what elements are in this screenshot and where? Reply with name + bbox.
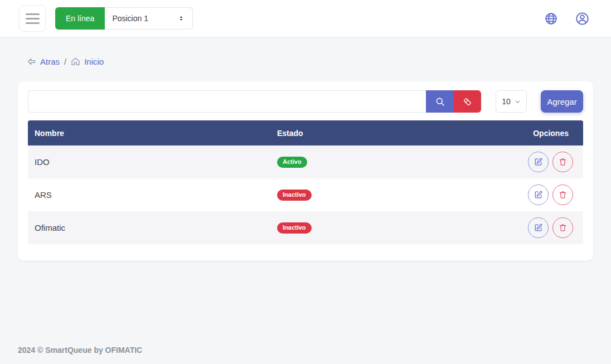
eraser-icon (462, 96, 473, 107)
breadcrumb-back-label: Atras (40, 57, 60, 66)
user-account-button[interactable] (573, 9, 592, 28)
search-icon (435, 96, 445, 107)
table-body: IDO Activo ARS Inactivo Ofimatic (28, 145, 583, 244)
row-name: Ofimatic (28, 223, 270, 232)
chevron-down-icon (515, 99, 521, 105)
table-row: IDO Activo (28, 145, 583, 178)
main-card: 10 Agregar Nombre Estado Opciones IDO Ac… (18, 81, 593, 261)
online-status-button[interactable]: En línea (55, 7, 105, 30)
page-content: Atras / Inicio 10 Agregar (0, 57, 611, 355)
add-button[interactable]: Agregar (541, 90, 583, 113)
table-row: Ofimatic Inactivo (28, 211, 583, 244)
breadcrumb: Atras / Inicio (27, 57, 593, 66)
edit-pencil-icon (534, 223, 543, 232)
search-input[interactable] (28, 90, 426, 113)
status-badge: Inactivo (277, 222, 312, 234)
trash-icon (558, 223, 568, 232)
trash-icon (558, 190, 568, 200)
top-navbar: En línea Posicion 1 (0, 0, 611, 37)
row-name: IDO (28, 157, 270, 167)
delete-button[interactable] (552, 185, 573, 205)
globe-icon (544, 12, 558, 26)
status-badge: Inactivo (277, 190, 312, 201)
status-badge: Activo (277, 157, 307, 168)
edit-button[interactable] (528, 152, 549, 172)
hamburger-icon (26, 13, 40, 15)
delete-button[interactable] (552, 217, 573, 238)
breadcrumb-home-link[interactable]: Inicio (71, 57, 104, 66)
breadcrumb-home-label: Inicio (84, 57, 104, 66)
edit-pencil-icon (534, 190, 543, 200)
status-group: En línea Posicion 1 (55, 7, 193, 30)
clear-search-button[interactable] (454, 90, 481, 113)
table-row: ARS Inactivo (28, 178, 583, 211)
column-header-nombre: Nombre (28, 129, 270, 138)
table-header: Nombre Estado Opciones (28, 120, 583, 145)
page-size-select[interactable]: 10 (496, 90, 527, 113)
data-table: Nombre Estado Opciones IDO Activo ARS In… (28, 120, 583, 244)
home-icon (71, 57, 80, 66)
arrow-left-icon (27, 57, 36, 66)
breadcrumb-back-link[interactable]: Atras (27, 57, 60, 66)
edit-pencil-icon (534, 157, 543, 167)
navbar-right (542, 9, 592, 28)
search-button[interactable] (426, 90, 454, 113)
row-name: ARS (28, 190, 270, 200)
toolbar: 10 Agregar (28, 90, 583, 113)
footer-copyright: 2024 © SmartQueue by OFIMATIC (18, 346, 593, 355)
page-size-value: 10 (502, 97, 511, 106)
up-down-arrows-icon (177, 14, 185, 22)
position-select-value: Posicion 1 (112, 14, 148, 23)
column-header-opciones: Opciones (460, 129, 583, 138)
trash-icon (558, 157, 568, 167)
user-circle-icon (575, 11, 590, 26)
edit-button[interactable] (528, 185, 549, 205)
breadcrumb-separator: / (64, 57, 66, 66)
position-select[interactable]: Posicion 1 (105, 7, 193, 30)
menu-toggle-button[interactable] (19, 5, 46, 32)
delete-button[interactable] (552, 152, 573, 172)
edit-button[interactable] (528, 217, 549, 238)
column-header-estado: Estado (270, 129, 460, 138)
language-globe-button[interactable] (542, 9, 560, 28)
